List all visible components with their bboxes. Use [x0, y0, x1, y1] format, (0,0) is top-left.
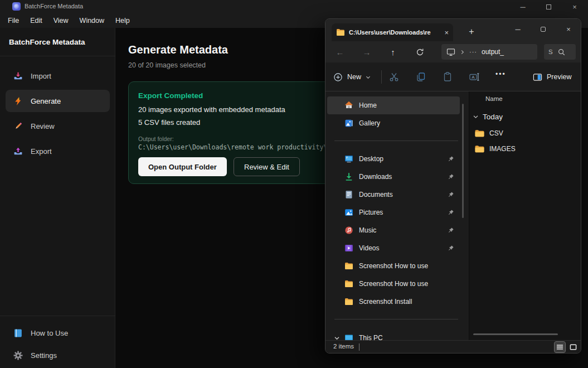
sidebar-divider [0, 56, 115, 56]
up-arrow-icon[interactable]: ↑ [383, 41, 403, 62]
videos-icon [344, 244, 353, 253]
explorer-sidebar-item-music[interactable]: Music [327, 221, 460, 239]
app-title: BatchForce Metadata [25, 3, 83, 9]
column-header-name[interactable]: Name [485, 95, 503, 102]
lightning-icon [13, 96, 23, 106]
file-row-images[interactable]: IMAGES [475, 141, 516, 157]
import-tray-icon [13, 71, 23, 81]
pin-icon [447, 156, 454, 163]
gallery-icon [344, 119, 353, 128]
copy-icon[interactable] [415, 71, 426, 83]
sidebar-item-import[interactable]: Import [6, 65, 110, 87]
search-icon [557, 48, 566, 56]
explorer-sidebar-item-gallery[interactable]: Gallery [327, 114, 460, 132]
explorer-sidebar-item-this-pc[interactable]: This PC [327, 329, 460, 341]
explorer-navbar: ← → ↑ ··· output_ S [325, 41, 581, 62]
cut-icon[interactable] [388, 71, 400, 83]
tab-close-icon[interactable]: × [444, 29, 449, 36]
output-folder-label: Output folder: [138, 135, 174, 142]
explorer-close-button[interactable]: × [556, 19, 581, 39]
pictures-icon [344, 208, 353, 217]
music-icon [344, 226, 353, 235]
folder-icon [475, 145, 484, 153]
sidebar-item-label: Settings [31, 351, 57, 360]
more-options-icon[interactable]: ••• [495, 70, 506, 78]
chevron-down-icon [366, 75, 371, 80]
folder-icon [475, 129, 484, 138]
export-tray-icon [13, 147, 23, 156]
book-icon [13, 328, 23, 338]
gear-icon [13, 351, 23, 360]
export-status-heading: Export Completed [138, 91, 203, 100]
sidebar-item-review[interactable]: Review [6, 115, 110, 137]
paste-icon[interactable] [442, 71, 453, 83]
review-edit-button[interactable]: Review & Edit [234, 157, 300, 176]
address-bar[interactable]: ··· output_ [441, 44, 537, 60]
explorer-sidebar-item-downloads[interactable]: Downloads [327, 168, 460, 186]
sidebar-item-label: Generate [31, 97, 61, 105]
file-row-csv[interactable]: CSV [475, 125, 503, 141]
breadcrumb-current-folder[interactable]: output_ [482, 48, 504, 56]
svg-text:A: A [472, 75, 475, 80]
explorer-file-list: Name Today CSV IMAGES [469, 91, 581, 341]
horizontal-scrollbar[interactable] [473, 333, 558, 335]
new-button[interactable]: New [333, 69, 371, 85]
explorer-sidebar-item-home[interactable]: Home [327, 96, 460, 114]
group-header-today[interactable]: Today [473, 113, 503, 121]
pin-icon [447, 227, 454, 234]
new-tab-button[interactable]: + [464, 23, 479, 40]
explorer-statusbar: 2 items [325, 340, 581, 353]
preview-toggle-button[interactable]: Preview [533, 69, 571, 85]
pin-icon [447, 191, 454, 198]
refresh-icon[interactable] [410, 41, 430, 62]
menu-help[interactable]: Help [110, 15, 135, 26]
details-view-button[interactable] [555, 342, 565, 352]
explorer-sidebar-item-screenshot-how-to-use-1[interactable]: Screenshot How to use [327, 257, 460, 275]
forward-arrow-icon[interactable]: → [357, 41, 377, 62]
app-minimize-button[interactable]: ─ [511, 0, 535, 13]
sidebar-header: BatchForce Metadata [9, 38, 85, 46]
page-title: Generate Metadata [128, 43, 228, 56]
rename-icon[interactable]: A [469, 71, 480, 83]
menu-file[interactable]: File [2, 15, 25, 26]
app-close-button[interactable]: × [562, 0, 587, 13]
documents-icon [344, 190, 353, 199]
sidebar-scrollbar[interactable] [462, 104, 464, 218]
chevron-down-icon [473, 114, 479, 120]
explorer-sidebar: Home Gallery Desktop Downlo [325, 91, 469, 341]
sidebar-item-export[interactable]: Export [6, 140, 110, 162]
breadcrumb-ellipsis[interactable]: ··· [469, 49, 477, 55]
pin-icon [447, 173, 454, 181]
export-csv-line: 5 CSV files created [138, 118, 200, 127]
sidebar-item-how-to-use[interactable]: How to Use [6, 322, 110, 344]
menu-view[interactable]: View [48, 15, 74, 26]
downloads-icon [344, 172, 353, 181]
sidebar-footer-divider [0, 316, 115, 316]
sidebar-item-generate[interactable]: Generate [6, 90, 110, 112]
toolbar-separator [381, 70, 382, 84]
folder-icon [344, 279, 353, 288]
sidebar-item-settings[interactable]: Settings [6, 344, 110, 366]
explorer-sidebar-item-videos[interactable]: Videos [327, 239, 460, 257]
explorer-sidebar-item-screenshot-install[interactable]: Screenshot Install [327, 293, 460, 311]
explorer-tab[interactable]: C:\Users\user\Downloads\re × [332, 23, 453, 41]
explorer-sidebar-item-desktop[interactable]: Desktop [327, 150, 460, 168]
menu-window[interactable]: Window [74, 15, 110, 26]
home-icon [344, 101, 353, 110]
sidebar-section-divider [334, 141, 458, 141]
open-output-folder-button[interactable]: Open Output Folder [138, 157, 227, 176]
menu-edit[interactable]: Edit [25, 15, 48, 26]
back-arrow-icon[interactable]: ← [330, 41, 350, 62]
search-input[interactable]: S [544, 44, 576, 60]
circle-plus-icon [333, 72, 343, 82]
explorer-sidebar-item-screenshot-how-to-use-2[interactable]: Screenshot How to use [327, 275, 460, 293]
explorer-maximize-button[interactable] [531, 19, 555, 39]
explorer-body: Home Gallery Desktop Downlo [325, 91, 581, 341]
app-sidebar: BatchForce Metadata Import Generate Revi… [0, 28, 115, 368]
thumbnail-view-button[interactable] [568, 342, 579, 352]
explorer-sidebar-item-pictures[interactable]: Pictures [327, 204, 460, 221]
app-maximize-button[interactable] [536, 0, 561, 13]
explorer-sidebar-item-documents[interactable]: Documents [327, 186, 460, 204]
explorer-minimize-button[interactable]: ─ [506, 19, 530, 39]
output-folder-path: C:\Users\user\Downloads\remote work prod… [138, 143, 335, 151]
